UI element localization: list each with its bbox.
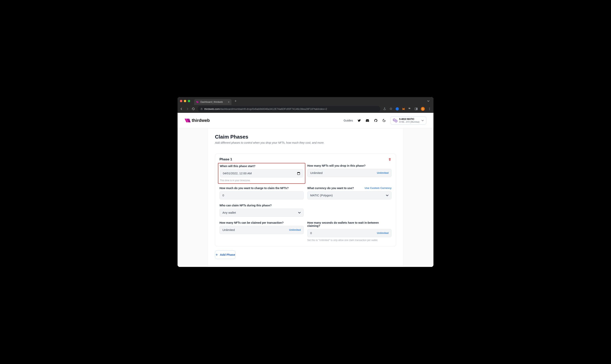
drop-count-label: How many NFTs will you drop in this phas… <box>307 164 391 167</box>
svg-point-3 <box>429 109 430 109</box>
price-label: How much do you want to charge to claim … <box>220 186 304 190</box>
twitter-icon[interactable] <box>357 118 361 122</box>
reload-button[interactable] <box>192 107 195 110</box>
browser-window: Dashboard | thirdweb × + thirdweb.com/da… <box>178 97 433 267</box>
phase-title: Phase 1 <box>220 157 232 161</box>
wait-label: How many seconds do wallets have to wait… <box>307 221 391 227</box>
page-title: Claim Phases <box>215 134 396 140</box>
back-button[interactable] <box>180 107 183 110</box>
discord-icon[interactable] <box>365 118 370 122</box>
browser-chrome: Dashboard | thirdweb × + thirdweb.com/da… <box>178 97 433 113</box>
wait-field[interactable] <box>310 231 377 235</box>
custom-currency-link[interactable]: Use Custom Currency <box>364 186 391 189</box>
calendar-icon[interactable] <box>297 172 300 175</box>
claimers-value: Any wallet <box>222 211 298 214</box>
new-tab-button[interactable]: + <box>233 99 238 103</box>
svg-point-4 <box>429 110 430 110</box>
window-close-button[interactable] <box>180 100 182 102</box>
add-phase-label: Add Phase <box>220 253 235 256</box>
kebab-menu-icon[interactable] <box>428 107 431 110</box>
brand-name: thirdweb <box>192 118 210 123</box>
window-minimize-button[interactable] <box>184 100 186 102</box>
tab-favicon <box>196 101 199 103</box>
tab-title: Dashboard | thirdweb <box>200 101 223 103</box>
extension-icon-1[interactable] <box>396 107 399 110</box>
chevron-down-icon <box>386 194 389 197</box>
tabs-expand-button[interactable] <box>426 100 431 102</box>
wait-hint: Set this to "Unlimited" to only allow on… <box>307 239 391 242</box>
chevron-down-icon <box>421 119 424 122</box>
page-subtitle: Add different phases to control when you… <box>215 141 396 144</box>
per-tx-label: How many NFTs can be claimed per transac… <box>220 221 304 224</box>
add-phase-button[interactable]: Add Phase <box>215 250 236 259</box>
delete-phase-button[interactable] <box>388 158 391 161</box>
phase-start-highlight: When will this phase start? This time is… <box>218 163 305 184</box>
per-tx-unlimited-link[interactable]: Unlimited <box>289 228 301 231</box>
url-path: /dashboard/mumbai/nft-drop/0x6ab0b0046a3… <box>220 107 327 110</box>
claimers-select[interactable]: Any wallet <box>220 208 304 217</box>
wallet-balance: 9.4810 MATIC <box>399 118 419 120</box>
metamask-extension-icon[interactable] <box>402 107 405 110</box>
phase-start-input[interactable] <box>220 169 303 178</box>
price-field[interactable] <box>222 194 301 197</box>
bookmark-icon[interactable] <box>389 107 392 110</box>
github-icon[interactable] <box>374 118 378 122</box>
svg-rect-6 <box>297 173 300 175</box>
extensions-menu-icon[interactable] <box>408 107 411 110</box>
wait-input[interactable]: Unlimited <box>307 229 391 237</box>
drop-count-unlimited-link[interactable]: Unlimited <box>377 171 389 174</box>
lock-icon <box>200 108 203 110</box>
share-icon[interactable] <box>383 107 386 110</box>
per-tx-field[interactable] <box>222 228 289 232</box>
window-controls <box>180 100 190 102</box>
forward-button[interactable] <box>186 107 189 110</box>
chevron-down-icon <box>298 211 301 214</box>
svg-rect-1 <box>416 108 417 110</box>
phase-start-hint: This time is in your timezone. <box>220 179 303 182</box>
polygon-chain-icon <box>393 118 397 123</box>
currency-select[interactable]: MATIC (Polygon) <box>307 191 391 199</box>
brand-mark-icon <box>185 118 191 122</box>
drop-count-field[interactable] <box>310 171 377 175</box>
url-input[interactable]: thirdweb.com/dashboard/mumbai/nft-drop/0… <box>198 106 380 112</box>
address-bar: thirdweb.com/dashboard/mumbai/nft-drop/0… <box>178 105 433 113</box>
guides-link[interactable]: Guides <box>344 119 353 122</box>
wallet-button[interactable]: 9.4810 MATIC 0×9E...072 (Mumbai) <box>390 116 426 125</box>
app-header: thirdweb Guides <box>178 113 433 128</box>
profile-avatar[interactable]: S <box>421 107 425 111</box>
browser-tab[interactable]: Dashboard | thirdweb × <box>194 99 232 105</box>
phase-card: Phase 1 When will this phase start? <box>215 154 396 247</box>
brand-logo[interactable]: thirdweb <box>185 118 210 123</box>
claimers-label: Who can claim NFTs during this phase? <box>220 204 304 207</box>
svg-point-2 <box>429 108 430 108</box>
currency-label: What currency do you want to use? <box>307 186 354 190</box>
window-zoom-button[interactable] <box>188 100 190 102</box>
tab-close-button[interactable]: × <box>228 100 230 104</box>
page-content: thirdweb Guides <box>178 113 433 267</box>
drop-count-input[interactable]: Unlimited <box>307 169 391 177</box>
wallet-address: 0×9E...072 (Mumbai) <box>399 121 419 123</box>
price-input[interactable] <box>220 191 304 199</box>
phase-start-label: When will this phase start? <box>220 165 303 168</box>
side-panel-icon[interactable] <box>415 107 418 110</box>
wait-unlimited-link[interactable]: Unlimited <box>377 232 389 234</box>
plus-icon <box>215 253 218 256</box>
per-tx-input[interactable]: Unlimited <box>220 226 304 234</box>
phase-start-datetime-field[interactable] <box>223 172 297 175</box>
url-host: thirdweb.com <box>204 107 220 110</box>
tab-bar: Dashboard | thirdweb × + <box>178 97 433 105</box>
theme-toggle-icon[interactable] <box>382 118 386 122</box>
currency-value: MATIC (Polygon) <box>310 194 386 197</box>
